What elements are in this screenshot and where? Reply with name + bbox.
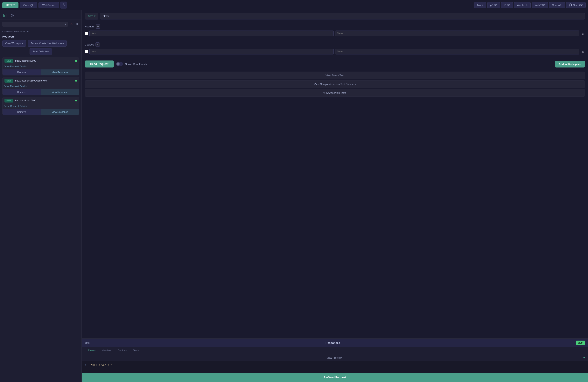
request-header: GET http://localhost:3000 xyxy=(2,57,79,64)
view-assertion-tests-button[interactable]: View Assertion Tests xyxy=(85,89,585,97)
clear-icon-button[interactable]: ✕ xyxy=(69,21,74,27)
tool-webhook[interactable]: Webhook xyxy=(514,2,531,8)
add-header-button[interactable]: + xyxy=(96,24,100,29)
view-stress-test-button[interactable]: View Stress Test xyxy=(85,72,585,79)
cookie-key-input[interactable] xyxy=(89,49,334,54)
remove-button[interactable]: Remove xyxy=(2,109,41,115)
tool-grpc[interactable]: gRPC xyxy=(487,2,500,8)
github-star-count: 756 xyxy=(579,4,583,7)
tool-webrtc[interactable]: WebRTC xyxy=(532,2,548,8)
view-response-button[interactable]: View Response xyxy=(41,69,79,75)
tool-openapi[interactable]: OpenAPI xyxy=(549,2,565,8)
status-dot xyxy=(75,100,77,102)
remove-button[interactable]: Remove xyxy=(2,89,41,95)
action-row-1: Clear Workspace Save or Create New Works… xyxy=(2,40,79,47)
cookies-section-header: Cookies + xyxy=(85,42,585,47)
actions-row: Send Request Server Sent Events Add to W… xyxy=(82,58,588,70)
remove-cookie-button[interactable]: ⊗ xyxy=(581,49,585,54)
tool-trpc[interactable]: tRPC xyxy=(501,2,513,8)
main-layout: ▾ ✕ ⇅ Current Workspace Requests Clear W… xyxy=(0,10,588,382)
request-actions: Remove View Response xyxy=(2,89,79,95)
view-sample-assertion-button[interactable]: View Sample Assertion Test Snippets xyxy=(85,80,585,88)
view-response-button[interactable]: View Response xyxy=(41,109,79,115)
remove-button[interactable]: Remove xyxy=(2,69,41,75)
workspace-label: Current Workspace xyxy=(0,29,82,33)
headers-title: Headers xyxy=(85,25,94,28)
resend-request-button[interactable]: Re-Send Request xyxy=(82,373,588,382)
cookie-checkbox[interactable] xyxy=(85,50,88,53)
preview-label: View Preview xyxy=(85,356,583,359)
line-number: 1 xyxy=(85,364,86,367)
view-request-details-link[interactable]: View Request Details xyxy=(2,64,79,69)
tab-collection[interactable] xyxy=(2,12,7,19)
remove-header-button[interactable]: ⊗ xyxy=(581,31,585,36)
response-title: Responses xyxy=(90,341,576,344)
add-cookie-button[interactable]: + xyxy=(95,42,100,47)
tab-events[interactable]: Events xyxy=(85,347,99,354)
view-request-details-link[interactable]: View Request Details xyxy=(2,84,79,89)
response-tabs: Events Headers Cookies Tests xyxy=(82,347,588,354)
status-dot xyxy=(75,60,77,62)
workspace-dropdown[interactable]: ▾ xyxy=(2,21,68,27)
url-input[interactable] xyxy=(100,13,585,20)
action-row-2: Send Collection xyxy=(2,48,79,55)
workspace-actions: Clear Workspace Save or Create New Works… xyxy=(2,40,79,55)
add-to-workspace-button[interactable]: Add to Workspace xyxy=(555,61,585,67)
sidebar: ▾ ✕ ⇅ Current Workspace Requests Clear W… xyxy=(0,10,82,382)
header-checkbox[interactable] xyxy=(85,32,88,35)
request-url: http://localhost:5500 xyxy=(15,99,73,102)
cookie-value-input[interactable] xyxy=(335,49,579,54)
response-body-content: "Hello World!" xyxy=(91,364,112,367)
method-badge: GET xyxy=(4,79,13,83)
github-star-label: Star xyxy=(573,4,578,7)
tab-tests[interactable]: Tests xyxy=(130,347,142,354)
view-response-button[interactable]: View Response xyxy=(41,89,79,95)
right-nav: Mock gRPC tRPC Webhook WebRTC OpenAPI St… xyxy=(474,2,586,8)
cookies-section: Cookies + ⊗ xyxy=(82,40,588,58)
sidebar-controls: ▾ ✕ ⇅ xyxy=(0,20,82,29)
request-header: GET http://localhost:5500/api/review xyxy=(2,77,79,84)
view-request-details-link[interactable]: View Request Details xyxy=(2,104,79,109)
send-collection-button[interactable]: Send Collection xyxy=(30,48,52,55)
method-select[interactable]: GET ▾ xyxy=(85,13,98,20)
header-key-input[interactable] xyxy=(89,31,334,36)
header-value-input[interactable] xyxy=(335,31,579,36)
flask-icon[interactable] xyxy=(60,1,67,9)
method-badge: GET xyxy=(4,59,13,63)
preview-row[interactable]: View Preview ▾ xyxy=(82,354,588,361)
send-request-button[interactable]: Send Request xyxy=(85,61,114,67)
clear-workspace-button[interactable]: Clear Workspace xyxy=(2,40,26,47)
tab-history[interactable] xyxy=(10,12,15,19)
chevron-down-icon: ▾ xyxy=(94,15,95,18)
response-header: 5ms Responses 200 xyxy=(82,339,588,347)
requests-section: Requests Clear Workspace Save or Create … xyxy=(0,33,82,118)
protocol-http2[interactable]: HTTP/2 xyxy=(2,2,19,8)
request-actions: Remove View Response xyxy=(2,69,79,75)
headers-section: Headers + ⊗ xyxy=(82,22,588,40)
tool-mock[interactable]: Mock xyxy=(474,2,486,8)
tab-cookies[interactable]: Cookies xyxy=(115,347,130,354)
top-bar: HTTP/2 GraphQL WebSocket Mock gRPC tRPC … xyxy=(0,0,588,10)
protocol-graphql[interactable]: GraphQL xyxy=(20,2,37,8)
status-dot xyxy=(75,80,77,82)
headers-section-header: Headers + xyxy=(85,24,585,29)
header-row: ⊗ xyxy=(85,31,585,36)
method-badge: GET xyxy=(4,99,13,103)
protocol-websocket[interactable]: WebSocket xyxy=(39,2,59,8)
sort-icon-button[interactable]: ⇅ xyxy=(75,21,79,27)
sse-toggle: Server Sent Events xyxy=(116,62,147,66)
cookie-row: ⊗ xyxy=(85,49,585,54)
github-star-button[interactable]: Star 756 xyxy=(566,2,586,8)
request-url: http://localhost:3000 xyxy=(15,60,73,62)
request-actions: Remove View Response xyxy=(2,109,79,115)
save-create-workspace-button[interactable]: Save or Create New Workspace xyxy=(28,40,67,47)
tab-headers[interactable]: Headers xyxy=(99,347,115,354)
sidebar-tabs xyxy=(0,10,82,20)
sse-toggle-switch[interactable] xyxy=(116,62,123,66)
svg-rect-0 xyxy=(3,14,6,17)
response-panel: 5ms Responses 200 Events Headers Cookies… xyxy=(82,339,588,382)
response-body: 1 "Hello World!" xyxy=(82,361,588,373)
request-item: GET http://localhost:5500/api/review Vie… xyxy=(2,77,79,95)
view-buttons: View Stress Test View Sample Assertion T… xyxy=(82,70,588,98)
request-url: http://localhost:5500/api/review xyxy=(15,79,73,82)
